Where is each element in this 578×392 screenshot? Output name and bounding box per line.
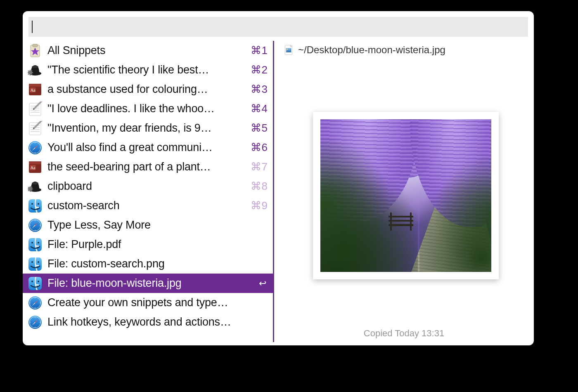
result-row[interactable]: the seed-bearing part of a plant…⌘7: [27, 157, 273, 177]
shortcut-label: ⌘6: [251, 141, 270, 154]
result-label: Link hotkeys, keywords and actions…: [47, 316, 270, 328]
result-row[interactable]: custom-search⌘9: [27, 196, 273, 215]
preview-thumbnail-frame: [313, 112, 499, 279]
dictionary-icon: [28, 82, 43, 97]
snippets-star-icon: [28, 43, 43, 58]
result-label: All Snippets: [47, 44, 246, 57]
finder-icon: [28, 198, 43, 213]
finder-icon: [28, 276, 43, 291]
safari-icon: [28, 218, 43, 233]
notepad-icon: [28, 121, 43, 136]
hat-gear-icon: [28, 63, 43, 78]
notepad-icon: [28, 102, 43, 116]
shortcut-label: ⌘2: [251, 64, 270, 76]
clipboard-window: All Snippets⌘1"The scientific theory I l…: [23, 11, 534, 345]
shortcut-label: ⌘7: [251, 161, 270, 173]
preview-caption: Copied Today 13:31: [274, 328, 534, 339]
result-row[interactable]: File: custom-search.png: [27, 254, 273, 274]
hat-gear-icon: [28, 179, 43, 194]
result-row[interactable]: Create your own snippets and type…: [27, 293, 273, 312]
result-label: "I love deadlines. I like the whoo…: [47, 102, 246, 115]
result-label: Type Less, Say More: [47, 219, 270, 231]
result-row[interactable]: Type Less, Say More: [27, 215, 273, 235]
shortcut-label: ⌘1: [251, 44, 270, 57]
safari-icon: [28, 315, 43, 330]
result-label: Create your own snippets and type…: [47, 296, 270, 309]
shortcut-label: ⌘8: [251, 180, 270, 193]
result-label: "Invention, my dear friends, is 9…: [47, 122, 246, 135]
return-icon: ↩: [259, 278, 270, 289]
finder-icon: [28, 257, 43, 272]
result-label: You'll also find a great communi…: [47, 141, 246, 154]
preview-pane: ~/Desktop/blue-moon-wisteria.jpg Copied …: [274, 41, 534, 342]
result-row[interactable]: You'll also find a great communi…⌘6: [27, 138, 273, 157]
result-label: custom-search: [47, 199, 246, 212]
result-row[interactable]: "The scientific theory I like best…⌘2: [27, 60, 273, 80]
preview-path: ~/Desktop/blue-moon-wisteria.jpg: [298, 44, 445, 56]
shortcut-label: ⌘4: [251, 102, 270, 115]
preview-header: ~/Desktop/blue-moon-wisteria.jpg: [283, 42, 528, 58]
body: All Snippets⌘1"The scientific theory I l…: [23, 41, 534, 345]
image-file-icon: [283, 45, 294, 55]
result-label: clipboard: [47, 180, 246, 193]
result-row[interactable]: Link hotkeys, keywords and actions…: [27, 312, 273, 332]
dictionary-icon: [28, 160, 43, 175]
result-row[interactable]: "I love deadlines. I like the whoo…⌘4: [27, 99, 273, 118]
result-label: the seed-bearing part of a plant…: [47, 161, 246, 173]
result-label: File: Purple.pdf: [47, 238, 270, 251]
shortcut-label: ⌘9: [251, 199, 270, 212]
shortcut-label: ⌘3: [251, 83, 270, 96]
result-label: File: custom-search.png: [47, 257, 270, 270]
shortcut-label: ⌘5: [251, 122, 270, 135]
results-list: All Snippets⌘1"The scientific theory I l…: [23, 41, 273, 342]
result-label: File: blue-moon-wisteria.jpg: [47, 277, 254, 290]
safari-icon: [28, 295, 43, 310]
result-row[interactable]: "Invention, my dear friends, is 9…⌘5: [27, 118, 273, 138]
search-input[interactable]: [33, 20, 525, 34]
result-row[interactable]: File: blue-moon-wisteria.jpg↩: [23, 274, 273, 293]
result-row[interactable]: All Snippets⌘1: [27, 41, 273, 60]
finder-icon: [28, 237, 43, 252]
preview-thumbnail: [320, 119, 491, 272]
result-label: "The scientific theory I like best…: [47, 64, 246, 76]
search-bar[interactable]: [28, 17, 528, 37]
result-row[interactable]: File: Purple.pdf: [27, 235, 273, 254]
result-row[interactable]: a substance used for colouring…⌘3: [27, 80, 273, 99]
safari-icon: [28, 140, 43, 155]
result-label: a substance used for colouring…: [47, 83, 246, 96]
result-row[interactable]: clipboard⌘8: [27, 177, 273, 196]
